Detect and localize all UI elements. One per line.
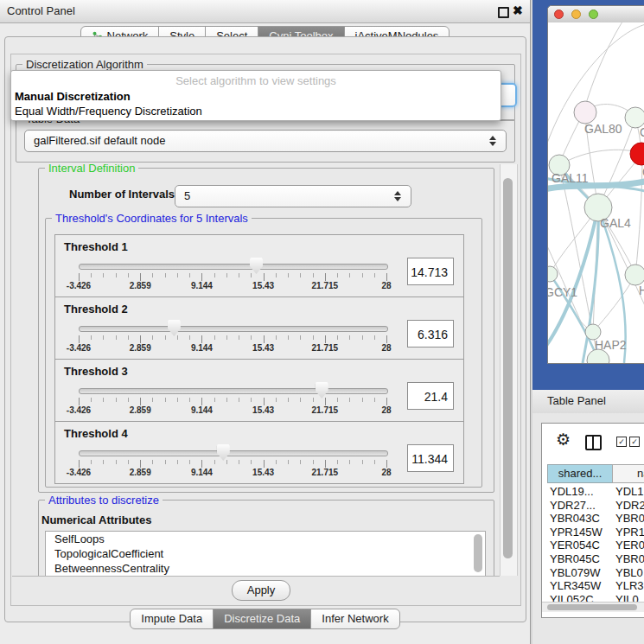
split-columns-icon[interactable] xyxy=(585,435,602,450)
tick-mark xyxy=(214,398,215,402)
column-header-shared-name[interactable]: shared... xyxy=(547,464,613,483)
cell-name: YER0 xyxy=(615,539,644,552)
slider-track[interactable] xyxy=(79,388,388,394)
tick-mark xyxy=(337,273,338,277)
tick-mark xyxy=(264,398,265,405)
tick-label: 2.859 xyxy=(121,343,159,353)
tick-mark xyxy=(189,273,190,277)
numerical-attributes-heading: Numerical Attributes xyxy=(41,513,151,526)
tick-mark xyxy=(128,398,129,402)
tab-discretize-data[interactable]: Discretize Data xyxy=(213,609,311,629)
apply-button[interactable]: Apply xyxy=(232,580,290,601)
slider-tick-labels: -3.4262.8599.14415.4321.71528 xyxy=(79,405,387,416)
slider-track[interactable] xyxy=(79,450,388,456)
network-node-h[interactable] xyxy=(625,265,644,285)
tick-label: 2.859 xyxy=(121,468,159,477)
gear-icon[interactable]: ⚙ xyxy=(556,430,571,450)
tab-label: Infer Network xyxy=(322,609,388,628)
tick-mark xyxy=(165,398,166,402)
tick-mark xyxy=(239,460,239,464)
threshold-value-field[interactable]: 14.713 xyxy=(407,258,454,285)
column-header-name[interactable]: na xyxy=(612,464,644,483)
tick-label: -3.426 xyxy=(60,468,98,477)
tick-mark xyxy=(177,460,178,464)
scrollbar-thumb[interactable] xyxy=(503,178,513,558)
slider-thumb[interactable] xyxy=(168,320,181,336)
tick-mark xyxy=(276,398,277,402)
network-edge[interactable] xyxy=(559,150,641,165)
network-canvas[interactable]: GAL80GACGAL11GAL4GCY1HHAP2 xyxy=(548,22,644,363)
tick-mark xyxy=(116,398,117,402)
table-data-combo[interactable]: galFiltered.sif default node xyxy=(24,130,507,152)
network-node-gcy1[interactable] xyxy=(548,266,558,282)
tick-mark xyxy=(349,335,350,340)
network-node-gal80[interactable] xyxy=(574,101,596,124)
bottom-tab-bar: Impute DataDiscretize DataInfer Network xyxy=(0,609,530,629)
tab-infer-network[interactable]: Infer Network xyxy=(310,609,399,629)
network-node-c[interactable] xyxy=(630,143,644,165)
tick-label: 28 xyxy=(367,281,405,290)
threshold-panel-threshold-1: Threshold 1-3.4262.8599.14415.4321.71528… xyxy=(54,234,464,297)
tick-mark xyxy=(288,335,289,340)
close-traffic-light-icon[interactable] xyxy=(554,10,564,19)
slider-thumb[interactable] xyxy=(316,382,328,399)
table-row[interactable]: YBR043CYBR0 xyxy=(542,512,644,526)
tick-mark xyxy=(140,398,141,405)
tab-impute-data[interactable]: Impute Data xyxy=(130,609,214,629)
threshold-value-field[interactable]: 11.344 xyxy=(407,444,454,472)
table-row[interactable]: YLR345WYLR3 xyxy=(542,579,644,593)
slider-thumb[interactable] xyxy=(250,258,263,274)
tick-mark xyxy=(325,273,326,281)
tick-mark xyxy=(386,273,387,281)
threshold-value-field[interactable]: 6.316 xyxy=(407,320,454,348)
tick-mark xyxy=(152,335,153,340)
table-row[interactable]: YPR145WYPR1 xyxy=(542,526,644,539)
tick-label: 9.144 xyxy=(182,281,220,290)
table-row[interactable]: YDL19...YDL1 xyxy=(542,485,644,499)
network-window-titlebar[interactable] xyxy=(548,6,644,23)
tick-mark xyxy=(300,460,301,464)
slider-thumb[interactable] xyxy=(217,444,230,461)
threshold-panel-threshold-2: Threshold 2-3.4262.8599.14415.4321.71528… xyxy=(54,296,464,360)
settings-vertical-scrollbar[interactable] xyxy=(500,164,518,576)
numerical-attributes-list[interactable]: SelfLoopsTopologicalCoefficientBetweenne… xyxy=(45,531,486,577)
dropdown-option-manual-discretization[interactable]: Manual Discretization xyxy=(15,90,131,103)
table-row[interactable]: YDR27...YDR2 xyxy=(542,499,644,513)
network-graph: GAL80GACGAL11GAL4GCY1HHAP2 xyxy=(548,22,644,363)
slider-track[interactable] xyxy=(79,326,388,332)
minimize-traffic-light-icon[interactable] xyxy=(571,10,581,19)
attribute-item[interactable]: TopologicalCoefficient xyxy=(46,546,485,561)
attribute-item[interactable]: SelfLoops xyxy=(46,532,485,546)
node-label: GCY1 xyxy=(548,285,577,299)
table-row[interactable]: YBR045CYBR0 xyxy=(542,552,644,566)
table-horizontal-scrollbar[interactable] xyxy=(542,602,644,612)
interval-definition-legend: Interval Definition xyxy=(45,164,138,175)
threshold-value-field[interactable]: 21.4 xyxy=(407,382,454,410)
node-table-widget: ⚙ ✓ ✓ shared... na YDL19...YDL1YDR27...Y… xyxy=(541,423,644,618)
attributes-list-scrollbar[interactable] xyxy=(474,534,482,572)
table-row[interactable]: YER054CYER0 xyxy=(542,539,644,552)
tick-mark xyxy=(214,273,215,277)
close-icon[interactable]: ✖ xyxy=(513,3,523,17)
tick-mark xyxy=(140,273,141,281)
table-toolbar: ⚙ ✓ ✓ xyxy=(542,424,644,462)
table-rows: YDL19...YDL1YDR27...YDR2YBR043CYBR0YPR14… xyxy=(542,485,644,603)
scrollbar-thumb[interactable] xyxy=(547,604,637,610)
attribute-item[interactable]: BetweennessCentrality xyxy=(46,561,485,576)
checkbox-icon[interactable]: ✓ xyxy=(629,437,640,447)
cell-shared-name: YER054C xyxy=(550,539,600,552)
zoom-traffic-light-icon[interactable] xyxy=(589,10,598,19)
tick-mark xyxy=(337,398,338,402)
dropdown-option-equal-width-frequency[interactable]: Equal Width/Frequency Discretization xyxy=(15,105,202,118)
slider-track[interactable] xyxy=(79,264,388,270)
number-of-intervals-combo[interactable]: 5 xyxy=(175,185,411,207)
combo-spinner-icon xyxy=(394,191,402,201)
threshold-panel-threshold-4: Threshold 4-3.4262.8599.14415.4321.71528… xyxy=(54,421,464,484)
network-edge[interactable] xyxy=(635,155,642,275)
thresholds-body: Threshold 1-3.4262.8599.14415.4321.71528… xyxy=(54,235,464,484)
float-window-icon[interactable] xyxy=(498,7,509,18)
checkbox-icon[interactable]: ✓ xyxy=(616,437,627,447)
table-row[interactable]: YBL079WYBL0 xyxy=(542,566,644,580)
tick-mark xyxy=(300,398,301,402)
network-view-window[interactable]: GAL80GACGAL11GAL4GCY1HHAP2 xyxy=(547,5,644,364)
